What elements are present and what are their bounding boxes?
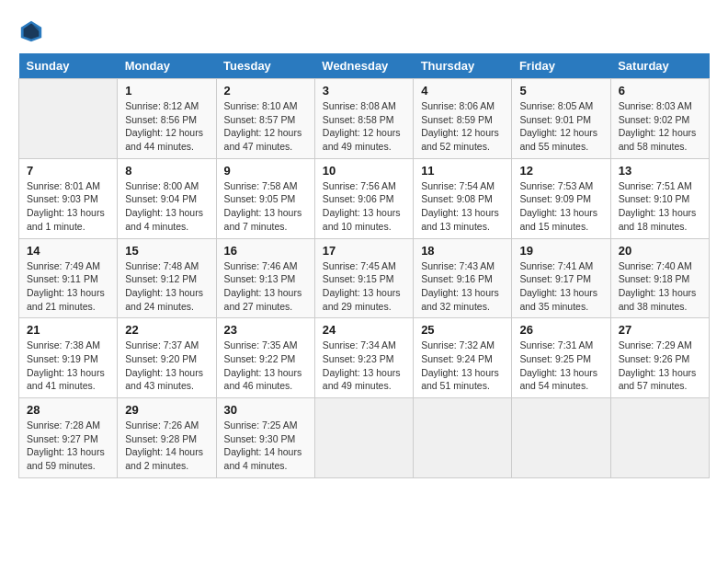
day-info: Sunrise: 7:58 AM Sunset: 9:05 PM Dayligh… <box>224 179 307 234</box>
day-number: 9 <box>224 164 307 178</box>
calendar-cell: 16Sunrise: 7:46 AM Sunset: 9:13 PM Dayli… <box>216 238 314 318</box>
day-info: Sunrise: 7:53 AM Sunset: 9:09 PM Dayligh… <box>519 179 602 234</box>
day-info: Sunrise: 7:40 AM Sunset: 9:18 PM Dayligh… <box>619 259 701 314</box>
calendar-cell: 21Sunrise: 7:38 AM Sunset: 9:19 PM Dayli… <box>19 318 118 398</box>
calendar-cell: 14Sunrise: 7:49 AM Sunset: 9:11 PM Dayli… <box>19 238 118 318</box>
day-header-wednesday: Wednesday <box>314 53 413 79</box>
calendar-cell: 28Sunrise: 7:28 AM Sunset: 9:27 PM Dayli… <box>19 398 118 478</box>
day-info: Sunrise: 8:06 AM Sunset: 8:59 PM Dayligh… <box>421 99 504 154</box>
day-info: Sunrise: 7:38 AM Sunset: 9:19 PM Dayligh… <box>27 339 109 393</box>
calendar-cell: 17Sunrise: 7:45 AM Sunset: 9:15 PM Dayli… <box>314 238 413 318</box>
day-number: 21 <box>27 323 109 337</box>
calendar-cell: 11Sunrise: 7:54 AM Sunset: 9:08 PM Dayli… <box>414 158 512 238</box>
day-info: Sunrise: 7:32 AM Sunset: 9:24 PM Dayligh… <box>421 339 504 393</box>
calendar-cell <box>314 398 413 478</box>
day-info: Sunrise: 8:08 AM Sunset: 8:58 PM Dayligh… <box>323 99 405 154</box>
day-number: 2 <box>224 84 307 98</box>
day-header-thursday: Thursday <box>414 53 512 79</box>
calendar-cell: 20Sunrise: 7:40 AM Sunset: 9:18 PM Dayli… <box>610 238 709 318</box>
day-header-saturday: Saturday <box>610 53 709 79</box>
week-row-3: 14Sunrise: 7:49 AM Sunset: 9:11 PM Dayli… <box>19 238 710 318</box>
week-row-4: 21Sunrise: 7:38 AM Sunset: 9:19 PM Dayli… <box>19 318 710 398</box>
day-number: 28 <box>27 403 109 417</box>
header <box>18 18 710 44</box>
logo-icon <box>18 18 44 44</box>
day-info: Sunrise: 7:45 AM Sunset: 9:15 PM Dayligh… <box>323 259 405 314</box>
calendar-cell: 27Sunrise: 7:29 AM Sunset: 9:26 PM Dayli… <box>610 318 709 398</box>
day-info: Sunrise: 8:00 AM Sunset: 9:04 PM Dayligh… <box>125 179 208 234</box>
calendar-cell <box>19 79 118 159</box>
day-number: 11 <box>421 164 504 178</box>
day-number: 3 <box>323 84 405 98</box>
calendar-cell: 10Sunrise: 7:56 AM Sunset: 9:06 PM Dayli… <box>314 158 413 238</box>
day-info: Sunrise: 7:43 AM Sunset: 9:16 PM Dayligh… <box>421 259 504 314</box>
days-header-row: SundayMondayTuesdayWednesdayThursdayFrid… <box>19 53 710 79</box>
calendar-cell <box>512 398 610 478</box>
calendar-cell: 1Sunrise: 8:12 AM Sunset: 8:56 PM Daylig… <box>118 79 216 159</box>
week-row-5: 28Sunrise: 7:28 AM Sunset: 9:27 PM Dayli… <box>19 398 710 478</box>
calendar-cell: 2Sunrise: 8:10 AM Sunset: 8:57 PM Daylig… <box>216 79 314 159</box>
day-info: Sunrise: 8:05 AM Sunset: 9:01 PM Dayligh… <box>519 99 602 154</box>
day-number: 24 <box>323 323 405 337</box>
calendar-cell: 7Sunrise: 8:01 AM Sunset: 9:03 PM Daylig… <box>19 158 118 238</box>
day-number: 8 <box>125 164 208 178</box>
calendar-cell: 4Sunrise: 8:06 AM Sunset: 8:59 PM Daylig… <box>414 79 512 159</box>
week-row-2: 7Sunrise: 8:01 AM Sunset: 9:03 PM Daylig… <box>19 158 710 238</box>
calendar-cell <box>414 398 512 478</box>
day-number: 30 <box>224 403 307 417</box>
day-info: Sunrise: 7:35 AM Sunset: 9:22 PM Dayligh… <box>224 339 307 393</box>
calendar-cell: 9Sunrise: 7:58 AM Sunset: 9:05 PM Daylig… <box>216 158 314 238</box>
calendar-cell: 24Sunrise: 7:34 AM Sunset: 9:23 PM Dayli… <box>314 318 413 398</box>
day-number: 22 <box>125 323 208 337</box>
day-info: Sunrise: 7:25 AM Sunset: 9:30 PM Dayligh… <box>224 419 307 473</box>
calendar-cell: 19Sunrise: 7:41 AM Sunset: 9:17 PM Dayli… <box>512 238 610 318</box>
day-info: Sunrise: 7:54 AM Sunset: 9:08 PM Dayligh… <box>421 179 504 234</box>
calendar-cell: 23Sunrise: 7:35 AM Sunset: 9:22 PM Dayli… <box>216 318 314 398</box>
day-number: 23 <box>224 323 307 337</box>
calendar-cell: 8Sunrise: 8:00 AM Sunset: 9:04 PM Daylig… <box>118 158 216 238</box>
day-info: Sunrise: 8:01 AM Sunset: 9:03 PM Dayligh… <box>27 179 109 234</box>
calendar-cell: 6Sunrise: 8:03 AM Sunset: 9:02 PM Daylig… <box>610 79 709 159</box>
day-number: 18 <box>421 244 504 258</box>
day-number: 29 <box>125 403 208 417</box>
day-header-tuesday: Tuesday <box>216 53 314 79</box>
day-number: 13 <box>619 164 701 178</box>
day-number: 1 <box>125 84 208 98</box>
calendar-cell: 25Sunrise: 7:32 AM Sunset: 9:24 PM Dayli… <box>414 318 512 398</box>
day-info: Sunrise: 7:46 AM Sunset: 9:13 PM Dayligh… <box>224 259 307 314</box>
day-number: 12 <box>519 164 602 178</box>
calendar-cell: 26Sunrise: 7:31 AM Sunset: 9:25 PM Dayli… <box>512 318 610 398</box>
day-info: Sunrise: 7:48 AM Sunset: 9:12 PM Dayligh… <box>125 259 208 314</box>
day-info: Sunrise: 7:29 AM Sunset: 9:26 PM Dayligh… <box>619 339 701 393</box>
calendar-cell: 15Sunrise: 7:48 AM Sunset: 9:12 PM Dayli… <box>118 238 216 318</box>
day-header-monday: Monday <box>118 53 216 79</box>
day-number: 19 <box>519 244 602 258</box>
calendar-cell: 30Sunrise: 7:25 AM Sunset: 9:30 PM Dayli… <box>216 398 314 478</box>
day-info: Sunrise: 8:10 AM Sunset: 8:57 PM Dayligh… <box>224 99 307 154</box>
calendar-cell <box>610 398 709 478</box>
day-info: Sunrise: 8:12 AM Sunset: 8:56 PM Dayligh… <box>125 99 208 154</box>
day-info: Sunrise: 7:49 AM Sunset: 9:11 PM Dayligh… <box>27 259 109 314</box>
day-number: 4 <box>421 84 504 98</box>
day-number: 27 <box>619 323 701 337</box>
calendar-cell: 5Sunrise: 8:05 AM Sunset: 9:01 PM Daylig… <box>512 79 610 159</box>
calendar-cell: 3Sunrise: 8:08 AM Sunset: 8:58 PM Daylig… <box>314 79 413 159</box>
day-info: Sunrise: 7:28 AM Sunset: 9:27 PM Dayligh… <box>27 419 109 473</box>
day-info: Sunrise: 8:03 AM Sunset: 9:02 PM Dayligh… <box>619 99 701 154</box>
day-info: Sunrise: 7:37 AM Sunset: 9:20 PM Dayligh… <box>125 339 208 393</box>
day-info: Sunrise: 7:34 AM Sunset: 9:23 PM Dayligh… <box>323 339 405 393</box>
logo <box>18 18 48 44</box>
day-number: 6 <box>619 84 701 98</box>
day-number: 16 <box>224 244 307 258</box>
day-info: Sunrise: 7:26 AM Sunset: 9:28 PM Dayligh… <box>125 419 208 473</box>
day-number: 5 <box>519 84 602 98</box>
day-info: Sunrise: 7:31 AM Sunset: 9:25 PM Dayligh… <box>519 339 602 393</box>
week-row-1: 1Sunrise: 8:12 AM Sunset: 8:56 PM Daylig… <box>19 79 710 159</box>
day-number: 14 <box>27 244 109 258</box>
day-info: Sunrise: 7:51 AM Sunset: 9:10 PM Dayligh… <box>619 179 701 234</box>
day-info: Sunrise: 7:41 AM Sunset: 9:17 PM Dayligh… <box>519 259 602 314</box>
day-number: 15 <box>125 244 208 258</box>
calendar-table: SundayMondayTuesdayWednesdayThursdayFrid… <box>18 53 710 478</box>
day-info: Sunrise: 7:56 AM Sunset: 9:06 PM Dayligh… <box>323 179 405 234</box>
day-number: 7 <box>27 164 109 178</box>
